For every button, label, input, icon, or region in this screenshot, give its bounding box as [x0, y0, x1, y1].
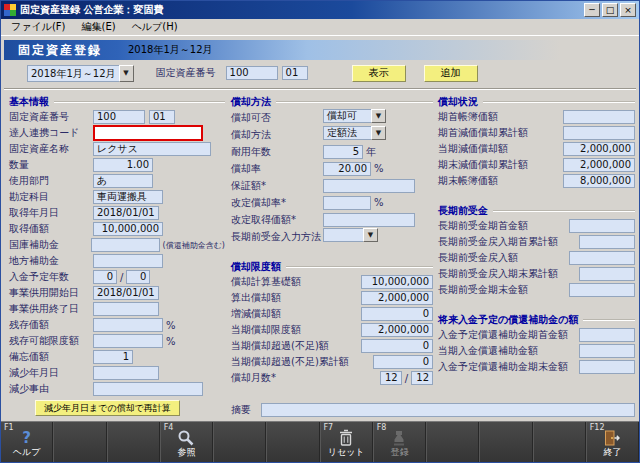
limit-base-input[interactable]: 10,000,000 — [361, 275, 433, 289]
future-end-input[interactable] — [579, 360, 635, 374]
fn-f7[interactable]: F7 リセット — [320, 422, 373, 463]
asset-name-input[interactable]: レクサス — [93, 142, 211, 156]
department-label: 使用部門 — [9, 174, 93, 188]
service-start-input[interactable]: 2018/01/01 — [93, 286, 159, 300]
row-asset-no: 固定資産番号 100 01 — [9, 109, 225, 125]
chevron-down-icon[interactable]: ▼ — [371, 126, 386, 140]
revised-cost-input[interactable] — [323, 213, 415, 227]
depr-method-select[interactable]: 定額法 ▼ — [323, 126, 386, 143]
national-subsidy-input[interactable] — [91, 238, 160, 252]
limit-current-input[interactable]: 2,000,000 — [361, 323, 433, 337]
asset-name-label: 固定資産名称 — [9, 142, 93, 156]
add-button[interactable]: 追加 — [424, 65, 478, 82]
local-subsidy-input[interactable] — [93, 254, 163, 268]
end-book-input[interactable]: 8,000,000 — [563, 174, 635, 188]
basic-info-section: 基本情報 固定資産番号 100 01 達人連携コード 固定資産名称 レクサス 数… — [9, 94, 225, 416]
memorandum-input[interactable]: 1 — [93, 350, 133, 364]
begin-book-label: 期首帳簿価額 — [438, 110, 498, 124]
register-icon — [390, 429, 408, 447]
chevron-down-icon[interactable]: ▼ — [363, 228, 378, 242]
chouki-reend-input[interactable] — [579, 267, 635, 281]
depr-method-value[interactable]: 定額法 — [323, 126, 371, 140]
fn-empty-f2 — [53, 422, 106, 463]
deposit-years-input-1[interactable]: 0 — [93, 270, 117, 284]
tatsujin-code-input[interactable] — [93, 125, 203, 141]
end-accum-input[interactable]: 2,000,000 — [563, 158, 635, 172]
begin-book-input[interactable] — [563, 110, 635, 124]
menu-help[interactable]: ヘルプ(H) — [124, 19, 186, 35]
chouki-rebegin-label: 長期前受金戻入期首累計額 — [438, 235, 558, 249]
show-button[interactable]: 表示 — [352, 65, 406, 82]
recalc-button[interactable]: 減少年月日までの償却で再計算 — [35, 400, 180, 416]
remarks-input[interactable] — [261, 403, 635, 417]
deposit-years-input-2[interactable]: 0 — [126, 270, 150, 284]
asset-branch-input[interactable]: 01 — [149, 110, 175, 124]
chouki-end-input[interactable] — [569, 283, 635, 297]
chouki-input-method-select[interactable]: ▼ — [323, 228, 378, 245]
row-deposit-years: 入金予定年数 0 / 0 — [9, 269, 225, 285]
close-button[interactable]: × — [620, 3, 636, 17]
f7-key-label: F7 — [324, 423, 334, 432]
asset-no-field[interactable]: 100 — [226, 66, 278, 80]
asset-no-input[interactable]: 100 — [93, 110, 145, 124]
acquired-cost-input[interactable]: 10,000,000 — [93, 222, 163, 236]
account-input[interactable]: 車両運搬具 — [93, 190, 163, 204]
quantity-input[interactable]: 1.00 — [93, 158, 153, 172]
depr-rate-label: 償却率 — [231, 162, 323, 176]
chevron-down-icon[interactable]: ▼ — [119, 65, 134, 82]
fn-f12[interactable]: F12 終了 — [586, 422, 639, 463]
minimize-button[interactable]: ─ — [584, 3, 600, 17]
future-begin-input[interactable] — [579, 328, 635, 342]
guarantee-input[interactable] — [323, 179, 415, 193]
chouki-begin-input[interactable] — [569, 219, 635, 233]
decrease-date-input[interactable] — [93, 366, 159, 380]
row-limit-current: 当期償却限度額 2,000,000 — [231, 322, 433, 338]
service-end-input[interactable] — [93, 302, 159, 316]
remarks-row: 摘要 — [231, 402, 635, 418]
useful-life-input[interactable]: 5 — [323, 145, 363, 159]
chouki-end-label: 長期前受金期末金額 — [438, 283, 528, 297]
asset-branch-field[interactable]: 01 — [282, 66, 308, 80]
app-icon — [4, 4, 16, 16]
remarks-label: 摘要 — [231, 403, 261, 417]
limit-adjust-input[interactable]: 0 — [361, 307, 433, 321]
fn-f4[interactable]: F4 参照 — [160, 422, 213, 463]
header-period: 2018年1月～12月 — [128, 43, 213, 57]
maximize-button[interactable]: □ — [602, 3, 618, 17]
depr-allow-select[interactable]: 償却可 ▼ — [323, 109, 386, 126]
percent-unit: % — [374, 197, 384, 208]
decrease-reason-input[interactable] — [93, 382, 203, 396]
menu-edit[interactable]: 編集(E) — [74, 19, 124, 35]
fn-f1[interactable]: F1 ? ヘルプ — [1, 422, 53, 463]
residual-value-input[interactable] — [93, 318, 163, 332]
row-limit-calc: 算出償却額 2,000,000 — [231, 290, 433, 306]
current-depr-input[interactable]: 2,000,000 — [563, 142, 635, 156]
revised-rate-label: 改定償却率* — [231, 196, 323, 210]
department-input[interactable]: あ — [93, 174, 153, 188]
limit-excess-input[interactable]: 0 — [361, 339, 433, 353]
limit-excess-label: 当期償却超過(不足)額 — [231, 339, 329, 353]
future-current-input[interactable] — [579, 344, 635, 358]
period-select-value[interactable]: 2018年1月～12月 — [27, 65, 119, 82]
period-select[interactable]: 2018年1月～12月 ▼ — [27, 65, 134, 82]
depr-rate-input[interactable]: 20.00 — [323, 162, 371, 176]
residual-limit-input[interactable] — [93, 334, 163, 348]
depr-months-input-2[interactable]: 12 — [411, 371, 433, 385]
menu-file[interactable]: ファイル(F) — [3, 19, 74, 35]
chevron-down-icon[interactable]: ▼ — [371, 109, 386, 123]
begin-accum-input[interactable] — [563, 126, 635, 140]
acquired-date-input[interactable]: 2018/01/01 — [93, 206, 159, 220]
depr-allow-value[interactable]: 償却可 — [323, 109, 371, 123]
chouki-input-method-value[interactable] — [323, 228, 363, 242]
decrease-reason-label: 減少事由 — [9, 382, 93, 396]
depr-months-input-1[interactable]: 12 — [380, 371, 402, 385]
row-begin-book: 期首帳簿価額 — [438, 109, 635, 125]
row-account: 勘定科目 車両運搬具 — [9, 189, 225, 205]
chouki-rebegin-input[interactable] — [579, 235, 635, 249]
row-residual-limit: 残存可能限度額 % — [9, 333, 225, 349]
register-button-label: 登録 — [390, 447, 408, 457]
limit-calc-input[interactable]: 2,000,000 — [361, 291, 433, 305]
revised-rate-input[interactable] — [323, 196, 371, 210]
limit-excess-total-input[interactable]: 0 — [373, 355, 433, 369]
chouki-modoshi-input[interactable] — [569, 251, 635, 265]
